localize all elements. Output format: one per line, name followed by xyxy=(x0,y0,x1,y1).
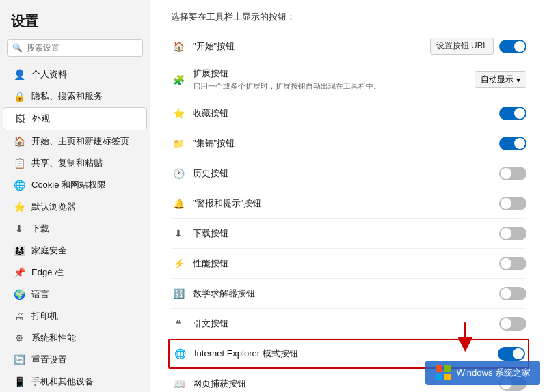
history_btn-control xyxy=(499,167,526,180)
share-label: 共享、复制和粘贴 xyxy=(31,157,103,169)
reset-label: 重置设置 xyxy=(31,354,67,366)
fav_btn-control xyxy=(499,107,526,120)
search-input[interactable] xyxy=(7,39,143,57)
url-button[interactable]: 设置按钮 URL xyxy=(430,38,494,55)
collect_btn-control xyxy=(499,137,526,150)
sidebar-item-profile[interactable]: 👤 个人资料 xyxy=(3,64,147,85)
sidebar-item-reset[interactable]: 🔄 重置设置 xyxy=(3,349,147,371)
download_btn-control xyxy=(499,227,526,240)
toolbar-row-math_btn: 🔢 数学求解器按钮 xyxy=(171,279,526,309)
math_btn-icon: 🔢 xyxy=(171,286,186,301)
toggle-quote_btn[interactable] xyxy=(499,317,526,331)
start-label: 开始、主页和新建标签页 xyxy=(31,135,129,148)
alerts_btn-icon: 🔔 xyxy=(171,196,186,211)
download_btn-icon: ⬇ xyxy=(171,226,186,241)
sidebar-item-mobile[interactable]: 📱 手机和其他设备 xyxy=(3,371,147,392)
perf_btn-control xyxy=(499,257,526,270)
downloads-icon: ⬇ xyxy=(14,223,25,234)
mobile-icon: 📱 xyxy=(14,376,25,387)
appearance-label: 外观 xyxy=(32,113,50,125)
collect_btn-label: "集锦"按钮 xyxy=(193,137,499,150)
sidebar-item-edgebar[interactable]: 📌 Edge 栏 xyxy=(3,262,147,283)
toggle-perf_btn[interactable] xyxy=(499,257,526,270)
toggle-alerts_btn[interactable] xyxy=(499,197,526,210)
appearance-icon: 🖼 xyxy=(14,113,25,124)
toggle-start_btn[interactable] xyxy=(499,40,526,53)
sidebar-item-system[interactable]: ⚙ 系统和性能 xyxy=(3,327,147,349)
toolbar-row-quote_btn: ❝ 引文按钮 xyxy=(171,309,526,339)
system-label: 系统和性能 xyxy=(31,332,76,344)
toolbar-rows-container: 🏠 "开始"按钮 设置按钮 URL 🧩 扩展按钮 启用一个或多个扩展时，扩展按钮… xyxy=(171,31,526,392)
windows-logo-icon xyxy=(435,365,451,381)
svg-rect-4 xyxy=(444,374,451,380)
sidebar-item-share[interactable]: 📋 共享、复制和粘贴 xyxy=(3,152,147,174)
print-label: 打印机 xyxy=(31,310,58,322)
share-icon: 📋 xyxy=(14,158,25,169)
toolbar-row-history_btn: 🕐 历史按钮 xyxy=(171,158,526,188)
perf_btn-label: 性能按钮 xyxy=(193,257,499,270)
math_btn-control xyxy=(499,287,526,300)
languages-label: 语言 xyxy=(31,288,49,300)
cookies-icon: 🌐 xyxy=(14,180,25,191)
toggle-fav_btn[interactable] xyxy=(499,107,526,120)
ext_btn-icon: 🧩 xyxy=(171,72,186,87)
start_btn-label: "开始"按钮 xyxy=(193,40,430,53)
toolbar-row-alerts_btn: 🔔 "警报和提示"按钮 xyxy=(171,188,526,219)
fav_btn-label: 收藏按钮 xyxy=(193,107,499,120)
print-icon: 🖨 xyxy=(14,311,25,322)
fav_btn-icon: ⭐ xyxy=(171,106,186,121)
toggle-math_btn[interactable] xyxy=(499,287,526,300)
sidebar-item-languages[interactable]: 🌍 语言 xyxy=(3,283,147,305)
languages-icon: 🌍 xyxy=(14,289,25,300)
mobile-label: 手机和其他设备 xyxy=(31,376,94,388)
sidebar-item-print[interactable]: 🖨 打印机 xyxy=(3,305,147,327)
sidebar-item-privacy[interactable]: 🔒 隐私、搜索和服务 xyxy=(3,85,147,107)
ext_btn-control: 自动显示 ▾ xyxy=(475,71,526,88)
system-icon: ⚙ xyxy=(14,333,25,344)
family-icon: 👨‍👩‍👧 xyxy=(14,245,25,256)
start_btn-icon: 🏠 xyxy=(171,39,186,54)
svg-rect-1 xyxy=(436,365,442,372)
search-container: 🔍 xyxy=(7,39,143,57)
settings-title: 设置 xyxy=(0,7,150,39)
family-label: 家庭安全 xyxy=(31,244,67,257)
edgebar-label: Edge 栏 xyxy=(31,266,64,279)
profile-label: 个人资料 xyxy=(31,68,67,81)
sidebar-nav: 👤 个人资料 🔒 隐私、搜索和服务 🖼 外观 🏠 开始、主页和新建标签页 📋 共… xyxy=(0,64,150,392)
quote_btn-control xyxy=(499,317,526,331)
toolbar-row-fav_btn: ⭐ 收藏按钮 xyxy=(171,98,526,128)
downloads-label: 下载 xyxy=(31,223,49,235)
toolbar-row-start_btn: 🏠 "开始"按钮 设置按钮 URL xyxy=(171,31,526,61)
section-title: 选择要在工具栏上显示的按钮： xyxy=(171,7,526,23)
ie_btn-label: Internet Explorer 模式按钮 xyxy=(194,348,498,360)
sidebar-item-cookies[interactable]: 🌐 Cookie 和网站权限 xyxy=(3,174,147,196)
svg-rect-2 xyxy=(444,365,451,372)
toggle-download_btn[interactable] xyxy=(499,227,526,240)
quote_btn-label: 引文按钮 xyxy=(193,318,499,330)
perf_btn-icon: ⚡ xyxy=(171,256,186,271)
collect_btn-icon: 📁 xyxy=(171,136,186,151)
profile-icon: 👤 xyxy=(14,69,25,80)
toggle-history_btn[interactable] xyxy=(499,167,526,180)
privacy-label: 隐私、搜索和服务 xyxy=(31,90,103,102)
toggle-ie_btn[interactable] xyxy=(498,347,525,361)
main-content: 选择要在工具栏上显示的按钮： 🏠 "开始"按钮 设置按钮 URL 🧩 扩展按钮 … xyxy=(150,0,547,392)
dropdown-ext_btn[interactable]: 自动显示 ▾ xyxy=(475,71,526,88)
sidebar-item-start[interactable]: 🏠 开始、主页和新建标签页 xyxy=(3,130,147,152)
toolbar-row-collect_btn: 📁 "集锦"按钮 xyxy=(171,128,526,158)
math_btn-label: 数学求解器按钮 xyxy=(193,288,499,300)
sidebar-item-default[interactable]: ⭐ 默认浏览器 xyxy=(3,196,147,218)
ext_btn-label: 扩展按钮 启用一个或多个扩展时，扩展按钮自动出现在工具栏中。 xyxy=(193,68,475,92)
sidebar-item-appearance[interactable]: 🖼 外观 xyxy=(3,107,147,130)
sidebar-item-family[interactable]: 👨‍👩‍👧 家庭安全 xyxy=(3,240,147,262)
sidebar: 设置 🔍 👤 个人资料 🔒 隐私、搜索和服务 🖼 外观 🏠 开始、主页和新建标签… xyxy=(0,0,150,392)
cookies-label: Cookie 和网站权限 xyxy=(31,179,106,191)
sidebar-item-downloads[interactable]: ⬇ 下载 xyxy=(3,218,147,240)
watermark-text: Windows 系统之家 xyxy=(457,367,531,379)
toggle-collect_btn[interactable] xyxy=(499,137,526,150)
quote_btn-icon: ❝ xyxy=(171,316,186,331)
toolbar-row-perf_btn: ⚡ 性能按钮 xyxy=(171,249,526,279)
dropdown-label: 自动显示 xyxy=(481,74,513,85)
start-icon: 🏠 xyxy=(14,136,25,147)
alerts_btn-label: "警报和提示"按钮 xyxy=(193,197,499,210)
